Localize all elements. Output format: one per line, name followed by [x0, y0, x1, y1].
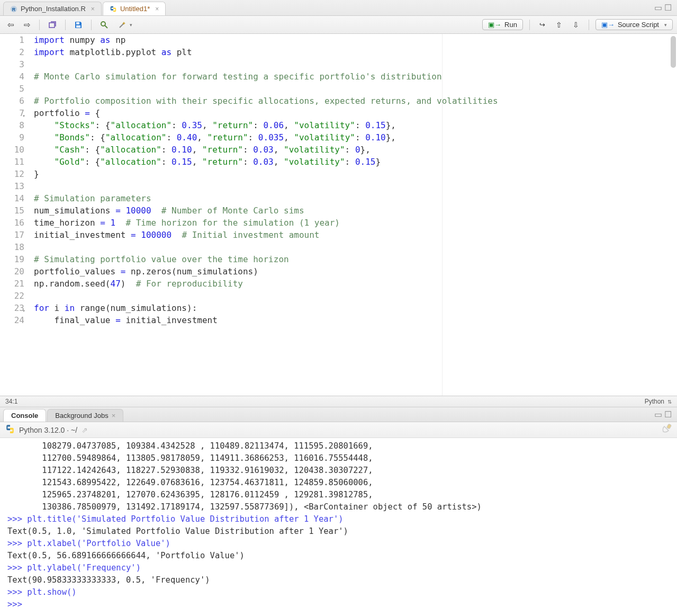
code-line[interactable]: # Simulating portfolio value over the ti…: [34, 253, 677, 265]
code-line[interactable]: for i in range(num_simulations):: [34, 302, 677, 314]
r-file-icon: R: [10, 5, 17, 13]
line-number: 5: [0, 83, 24, 95]
line-number: 10: [0, 144, 24, 156]
console-line: Text(90.95833333333333, 0.5, 'Frequency'…: [7, 574, 672, 586]
tab-untitled1[interactable]: Untitled1* ×: [103, 2, 166, 15]
source-icon: ▣→: [601, 21, 615, 29]
close-icon[interactable]: ×: [155, 5, 159, 13]
code-line[interactable]: [34, 180, 677, 192]
code-line[interactable]: [34, 241, 677, 253]
console-line: 117122.14242643, 118227.52930838, 119332…: [7, 465, 672, 477]
code-line[interactable]: "Gold": {"allocation": 0.15, "return": 0…: [34, 156, 677, 168]
maximize-pane-icon[interactable]: ☐: [664, 3, 672, 13]
run-button[interactable]: ▣→ Run: [482, 19, 523, 30]
find-button[interactable]: [97, 20, 112, 30]
code-line[interactable]: import matplotlib.pyplot as plt: [34, 46, 677, 58]
tab-label: Untitled1*: [120, 5, 150, 13]
code-line[interactable]: time_horizon = 1 # Time horizon for the …: [34, 217, 677, 229]
line-number: 13: [0, 180, 24, 192]
code-tools-button[interactable]: ▾: [115, 20, 136, 30]
line-number: 14: [0, 192, 24, 204]
show-in-new-window-button[interactable]: [45, 20, 60, 30]
console-line: 108279.04737085, 109384.4342528 , 110489…: [7, 440, 672, 452]
console-line: Text(0.5, 1.0, 'Simulated Portfolio Valu…: [7, 525, 672, 538]
vertical-scrollbar[interactable]: [671, 36, 676, 68]
code-line[interactable]: "Cash": {"allocation": 0.10, "return": 0…: [34, 144, 677, 156]
code-line[interactable]: # Portfolio composition with their speci…: [34, 95, 677, 107]
go-prev-section-button[interactable]: ⇧: [553, 20, 565, 30]
clear-console-icon[interactable]: [661, 425, 672, 436]
code-line[interactable]: num_simulations = 10000 # Number of Mont…: [34, 204, 677, 217]
code-line[interactable]: portfolio_values = np.zeros(num_simulati…: [34, 265, 677, 278]
source-label: Source Script: [618, 21, 659, 29]
code-line[interactable]: np.random.seed(47) # For reproducibility: [34, 278, 677, 290]
code-line[interactable]: # Monte Carlo simulation for forward tes…: [34, 70, 677, 83]
pane-window-controls: ▭ ☐: [654, 407, 677, 422]
save-button[interactable]: [71, 20, 86, 30]
python-icon: [5, 424, 15, 436]
svg-line-7: [120, 23, 124, 28]
code-line[interactable]: initial_investment = 100000 # Initial in…: [34, 229, 677, 241]
console-tabstrip: Console Background Jobs × ▭ ☐: [0, 407, 677, 422]
editor-statusbar: 34:1 Python ⇅: [0, 396, 677, 407]
line-number: 4: [0, 70, 24, 83]
console-line: >>>: [7, 599, 672, 611]
console-title: Python 3.12.0 · ~/: [19, 426, 77, 434]
close-icon[interactable]: ×: [112, 412, 116, 419]
line-number: 2: [0, 46, 24, 58]
line-number: 8: [0, 119, 24, 131]
source-script-button[interactable]: ▣→ Source Script ▾: [595, 19, 673, 30]
tab-label: Console: [11, 412, 38, 419]
tab-console[interactable]: Console: [3, 409, 46, 422]
line-number: 22: [0, 290, 24, 302]
code-body[interactable]: import numpy as npimport matplotlib.pypl…: [30, 34, 677, 396]
console-line: Text(0.5, 56.689166666666644, 'Portfolio…: [7, 550, 672, 562]
language-indicator[interactable]: Python: [645, 398, 664, 405]
tab-label: Python_Installation.R: [21, 5, 86, 13]
console-line: >>> plt.title('Simulated Portfolio Value…: [7, 513, 672, 525]
line-number: 9: [0, 131, 24, 144]
language-dropdown-icon[interactable]: ⇅: [667, 399, 672, 405]
cursor-position: 34:1: [5, 398, 17, 405]
code-line[interactable]: # Simulation parameters: [34, 192, 677, 204]
minimize-pane-icon[interactable]: ▭: [654, 3, 662, 13]
go-next-section-button[interactable]: ⇩: [570, 20, 582, 30]
line-number: 17: [0, 229, 24, 241]
maximize-pane-icon[interactable]: ☐: [664, 409, 672, 419]
code-line[interactable]: import numpy as np: [34, 34, 677, 46]
editor-tabstrip: R Python_Installation.R × Untitled1* × ▭…: [0, 0, 677, 16]
code-line[interactable]: final_value = initial_investment: [34, 314, 677, 326]
back-button[interactable]: ⇦: [4, 19, 17, 31]
line-number: 12: [0, 168, 24, 180]
line-number: 18: [0, 241, 24, 253]
svg-rect-3: [76, 22, 79, 24]
code-line[interactable]: [34, 290, 677, 302]
run-label: Run: [504, 21, 517, 29]
minimize-pane-icon[interactable]: ▭: [654, 409, 662, 419]
margin-rule: [442, 34, 443, 396]
console-output[interactable]: 108279.04737085, 109384.4342528 , 110489…: [0, 438, 677, 616]
forward-button[interactable]: ⇨: [21, 19, 34, 31]
share-icon[interactable]: ⇗: [82, 426, 88, 434]
console-line: >>> plt.show(): [7, 586, 672, 599]
line-number: 19: [0, 253, 24, 265]
close-icon[interactable]: ×: [91, 5, 95, 13]
code-line[interactable]: [34, 83, 677, 95]
editor-toolbar: ⇦ ⇨ ▾ ▣→ Run ↪ ⇧ ⇩ ▣→ Source Script ▾: [0, 16, 677, 34]
line-number: 21: [0, 278, 24, 290]
console-line: 125965.23748201, 127070.62436395, 128176…: [7, 489, 672, 501]
tab-background-jobs[interactable]: Background Jobs ×: [47, 409, 123, 422]
pane-window-controls: ▭ ☐: [654, 0, 677, 15]
tab-python-installation[interactable]: R Python_Installation.R ×: [3, 2, 102, 15]
code-editor[interactable]: 123456789101112131415161718192021222324 …: [0, 34, 677, 396]
line-number: 20: [0, 265, 24, 278]
code-line[interactable]: "Bonds": {"allocation": 0.40, "return": …: [34, 131, 677, 144]
code-line[interactable]: [34, 58, 677, 70]
rerun-button[interactable]: ↪: [536, 20, 548, 30]
code-line[interactable]: "Stocks": {"allocation": 0.35, "return":…: [34, 119, 677, 131]
tab-label: Background Jobs: [55, 412, 108, 419]
code-line[interactable]: }: [34, 168, 677, 180]
line-number: 3: [0, 58, 24, 70]
line-number: 1: [0, 34, 24, 46]
code-line[interactable]: portfolio = {: [34, 107, 677, 119]
